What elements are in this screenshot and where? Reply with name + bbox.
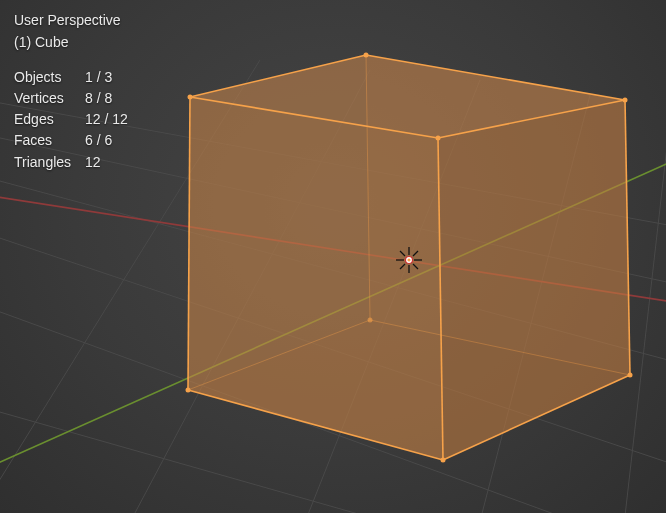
svg-point-25	[623, 98, 628, 103]
cube-face	[438, 100, 630, 460]
scene-canvas	[0, 0, 666, 513]
viewport-3d[interactable]: User Perspective (1) Cube Objects 1 / 3 …	[0, 0, 666, 513]
object-cube[interactable]	[186, 53, 633, 463]
cube-face	[188, 97, 443, 460]
svg-point-30	[368, 318, 373, 323]
svg-point-26	[364, 53, 369, 58]
svg-point-29	[628, 373, 633, 378]
svg-point-27	[186, 388, 191, 393]
svg-point-24	[436, 136, 441, 141]
svg-point-28	[441, 458, 446, 463]
svg-point-23	[188, 95, 193, 100]
